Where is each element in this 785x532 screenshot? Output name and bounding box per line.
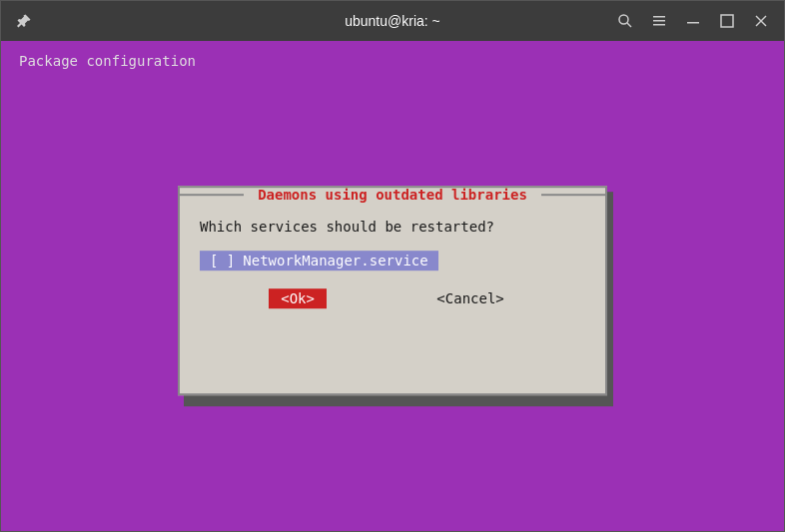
service-checkbox: [ ] [210, 253, 235, 268]
dialog-question: Which services should be restarted? [200, 219, 585, 235]
titlebar-left [9, 7, 39, 35]
svg-rect-4 [653, 24, 665, 26]
titlebar-controls [610, 7, 776, 35]
service-item[interactable]: [ ] NetworkManager.service [200, 251, 438, 270]
dialog-content: Which services should be restarted? [ ] … [180, 203, 605, 328]
titlebar-title: ubuntu@kria: ~ [345, 13, 440, 29]
svg-point-0 [619, 15, 628, 24]
terminal-window: ubuntu@kria: ~ [0, 0, 785, 532]
search-button[interactable] [610, 7, 640, 35]
cancel-button[interactable]: <Cancel> [424, 288, 515, 308]
title-line-left [178, 194, 244, 196]
title-line-right [541, 194, 607, 196]
pkg-config-label: Package configuration [19, 53, 196, 69]
titlebar: ubuntu@kria: ~ [1, 1, 784, 41]
service-label: NetworkManager.service [243, 253, 427, 268]
dialog-buttons: <Ok> <Cancel> [200, 288, 585, 308]
close-button[interactable] [746, 7, 776, 35]
pin-button[interactable] [9, 7, 39, 35]
svg-rect-3 [653, 20, 665, 22]
ok-button[interactable]: <Ok> [269, 288, 327, 308]
svg-rect-6 [721, 15, 733, 27]
dialog-title: Daemons using outdated libraries [252, 187, 533, 203]
dialog-title-container: Daemons using outdated libraries [244, 187, 541, 203]
dialog: Daemons using outdated libraries Which s… [178, 186, 607, 395]
svg-rect-5 [687, 22, 699, 24]
dialog-title-area: Daemons using outdated libraries [178, 187, 607, 203]
terminal-body: Package configuration Daemons using outd… [1, 41, 784, 531]
menu-button[interactable] [644, 7, 674, 35]
minimize-button[interactable] [678, 7, 708, 35]
svg-line-1 [627, 23, 631, 27]
svg-rect-2 [653, 16, 665, 18]
dialog-wrapper: Daemons using outdated libraries Which s… [178, 186, 607, 395]
maximize-button[interactable] [712, 7, 742, 35]
